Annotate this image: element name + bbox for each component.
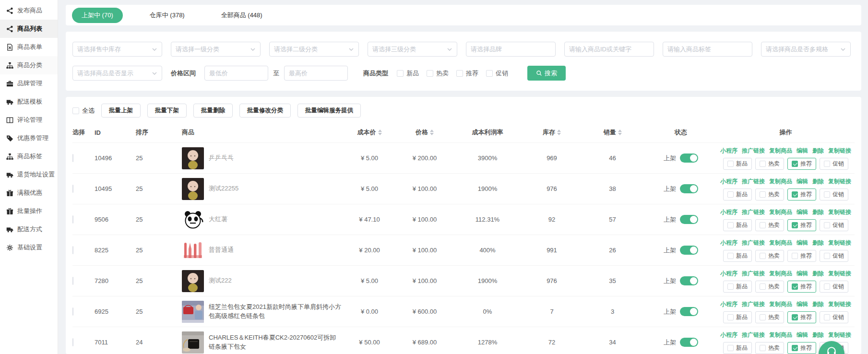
action-link-删除[interactable]: 删除 [812, 208, 824, 216]
status-toggle[interactable] [680, 307, 698, 316]
tag-button-新品[interactable]: 新品 [723, 189, 752, 201]
tag-button-热卖[interactable]: 热卖 [755, 158, 784, 170]
type-checkbox-新品[interactable]: 新品 [397, 69, 419, 78]
tag-button-推荐[interactable]: 推荐 [787, 158, 816, 170]
action-link-推广链接[interactable]: 推广链接 [742, 300, 765, 308]
action-link-编辑[interactable]: 编辑 [797, 147, 808, 155]
action-link-复制链接[interactable]: 复制链接 [828, 177, 851, 186]
status-toggle[interactable] [680, 184, 698, 193]
tag-button-促销[interactable]: 促销 [820, 158, 848, 170]
action-link-删除[interactable]: 删除 [812, 270, 824, 278]
brand-input[interactable] [466, 42, 556, 57]
type-checkbox-推荐[interactable]: 推荐 [456, 69, 478, 78]
sidebar-item-full-discount[interactable]: 满额优惠 [0, 184, 58, 202]
row-checkbox[interactable] [72, 185, 73, 193]
action-link-小程序[interactable]: 小程序 [720, 208, 737, 216]
status-toggle[interactable] [680, 276, 698, 285]
tag-button-促销[interactable]: 促销 [820, 311, 848, 323]
action-link-删除[interactable]: 删除 [812, 147, 824, 155]
action-link-编辑[interactable]: 编辑 [797, 177, 808, 186]
action-link-复制商品[interactable]: 复制商品 [769, 239, 792, 247]
action-link-编辑[interactable]: 编辑 [797, 208, 808, 216]
tag-button-推荐[interactable]: 推荐 [787, 189, 816, 201]
category-level3-select[interactable]: 请选择三级分类 [368, 42, 457, 57]
tag-button-新品[interactable]: 新品 [723, 342, 752, 354]
action-link-推广链接[interactable]: 推广链接 [742, 331, 765, 339]
row-checkbox[interactable] [72, 277, 73, 285]
sidebar-item-product-tag[interactable]: 商品标签 [0, 147, 58, 165]
select-all-checkbox[interactable]: 全选 [72, 106, 95, 115]
tag-button-新品[interactable]: 新品 [723, 250, 752, 262]
sidebar-item-product-form[interactable]: 商品表单 [0, 38, 58, 56]
sidebar-item-comment-manage[interactable]: 评论管理 [0, 111, 58, 129]
category-level1-select[interactable]: 请选择一级分类 [171, 42, 261, 57]
display-status-select[interactable]: 请选择商品是否显示 [72, 66, 162, 81]
row-checkbox[interactable] [72, 215, 73, 224]
action-link-复制链接[interactable]: 复制链接 [828, 147, 851, 155]
action-link-复制商品[interactable]: 复制商品 [769, 177, 792, 186]
action-link-编辑[interactable]: 编辑 [797, 331, 808, 339]
category-level2-select[interactable]: 请选择二级分类 [269, 42, 359, 57]
sidebar-item-brand-manage[interactable]: 品牌管理 [0, 74, 58, 93]
row-checkbox[interactable] [72, 154, 73, 162]
status-toggle[interactable] [680, 215, 698, 224]
stock-status-select[interactable]: 请选择售中库存 [72, 42, 162, 57]
action-link-小程序[interactable]: 小程序 [720, 300, 737, 308]
tag-button-推荐[interactable]: 推荐 [787, 219, 816, 231]
sort-toggle[interactable] [618, 130, 622, 135]
action-link-小程序[interactable]: 小程序 [720, 177, 737, 186]
status-toggle[interactable] [680, 338, 698, 347]
tag-button-推荐[interactable]: 推荐 [787, 281, 816, 293]
row-checkbox[interactable] [72, 246, 73, 254]
tag-button-新品[interactable]: 新品 [723, 281, 752, 293]
multi-spec-select[interactable]: 请选择商品是否多规格 [761, 42, 851, 57]
action-link-删除[interactable]: 删除 [812, 300, 824, 308]
tag-button-推荐[interactable]: 推荐 [787, 250, 816, 262]
search-button[interactable]: 搜索 [527, 66, 566, 81]
batch-button-批量删除[interactable]: 批量删除 [193, 104, 233, 118]
action-link-复制商品[interactable]: 复制商品 [769, 331, 792, 339]
type-checkbox-促销[interactable]: 促销 [486, 69, 508, 78]
sidebar-item-publish-product[interactable]: 发布商品 [0, 1, 58, 20]
type-checkbox-热卖[interactable]: 热卖 [427, 69, 449, 78]
sidebar-item-product-list[interactable]: 商品列表 [0, 20, 58, 38]
action-link-推广链接[interactable]: 推广链接 [742, 177, 765, 186]
action-link-编辑[interactable]: 编辑 [797, 270, 808, 278]
keyword-input[interactable] [564, 42, 654, 57]
sidebar-item-return-address[interactable]: 退货地址设置 [0, 165, 58, 184]
action-link-小程序[interactable]: 小程序 [720, 147, 737, 155]
row-checkbox[interactable] [72, 307, 73, 316]
tag-button-新品[interactable]: 新品 [723, 311, 752, 323]
batch-button-批量下架[interactable]: 批量下架 [147, 104, 187, 118]
action-link-删除[interactable]: 删除 [812, 239, 824, 247]
tag-button-推荐[interactable]: 推荐 [787, 311, 816, 323]
status-toggle[interactable] [680, 153, 698, 163]
sort-toggle[interactable] [378, 130, 382, 135]
tag-button-推荐[interactable]: 推荐 [787, 342, 816, 354]
action-link-编辑[interactable]: 编辑 [797, 239, 808, 247]
tag-button-促销[interactable]: 促销 [820, 250, 848, 262]
tab-in-stock[interactable]: 仓库中 (378) [140, 8, 194, 23]
action-link-推广链接[interactable]: 推广链接 [742, 270, 765, 278]
tag-button-热卖[interactable]: 热卖 [755, 189, 784, 201]
action-link-编辑[interactable]: 编辑 [797, 300, 808, 308]
action-link-复制链接[interactable]: 复制链接 [828, 239, 851, 247]
status-toggle[interactable] [680, 246, 698, 255]
max-price-input[interactable] [284, 66, 348, 81]
sort-toggle[interactable] [557, 130, 561, 135]
tag-button-促销[interactable]: 促销 [820, 189, 848, 201]
tag-button-新品[interactable]: 新品 [723, 158, 752, 170]
action-link-复制商品[interactable]: 复制商品 [769, 208, 792, 216]
action-link-复制链接[interactable]: 复制链接 [828, 300, 851, 308]
tag-button-热卖[interactable]: 热卖 [755, 281, 784, 293]
batch-button-批量修改分类[interactable]: 批量修改分类 [239, 104, 291, 118]
sort-toggle[interactable] [430, 130, 434, 135]
action-link-推广链接[interactable]: 推广链接 [742, 208, 765, 216]
tag-button-促销[interactable]: 促销 [820, 219, 848, 231]
sidebar-item-product-category[interactable]: 商品分类 [0, 56, 58, 74]
sidebar-item-delivery-method[interactable]: 配送方式 [0, 220, 58, 238]
action-link-小程序[interactable]: 小程序 [720, 239, 737, 247]
action-link-推广链接[interactable]: 推广链接 [742, 147, 765, 155]
tab-on-sale[interactable]: 上架中 (70) [72, 8, 123, 23]
action-link-推广链接[interactable]: 推广链接 [742, 239, 765, 247]
